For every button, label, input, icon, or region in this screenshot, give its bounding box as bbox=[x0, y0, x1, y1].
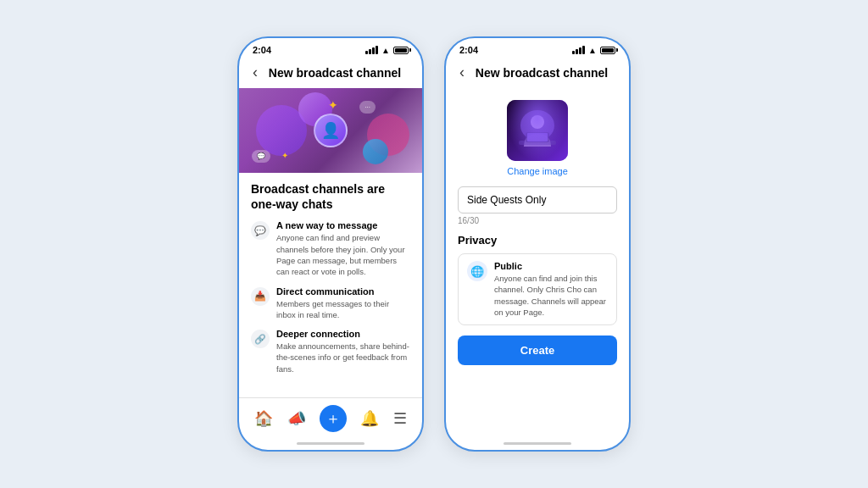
feature-item-1: 💬 A new way to message Anyone can find a… bbox=[251, 220, 410, 277]
page-wrapper: 2:04 ▲ ‹ New broadcast channel bbox=[0, 19, 868, 469]
status-bar-2: 2:04 ▲ bbox=[446, 38, 629, 58]
feature-text-3: Deeper connection Make announcements, sh… bbox=[276, 329, 410, 374]
battery-icon-1 bbox=[393, 47, 409, 54]
wifi-icon-2: ▲ bbox=[588, 46, 597, 55]
privacy-label: Privacy bbox=[458, 234, 617, 247]
status-icons-2: ▲ bbox=[572, 46, 615, 55]
time-1: 2:04 bbox=[253, 45, 271, 55]
add-nav-button[interactable]: ＋ bbox=[320, 405, 347, 432]
privacy-option-desc: Anyone can find and join this channel. O… bbox=[494, 273, 608, 318]
chat-deco-1: ··· bbox=[359, 101, 376, 114]
feature-desc-3: Make announcements, share behind-the-sce… bbox=[276, 341, 410, 374]
phone1-content: 👤 ✦ ✦ ··· 💬 Broadcast channels are one-w… bbox=[239, 88, 422, 397]
phone2-content: Change image 16/30 Privacy 🌐 Public Anyo… bbox=[446, 88, 629, 442]
sparkle-icon: ✦ bbox=[328, 98, 338, 112]
feature-icon-3: 🔗 bbox=[251, 330, 270, 348]
feature-text-2: Direct communication Members get message… bbox=[276, 286, 410, 321]
nav-header-1: ‹ New broadcast channel bbox=[239, 58, 422, 88]
time-2: 2:04 bbox=[459, 45, 478, 55]
phone-1: 2:04 ▲ ‹ New broadcast channel bbox=[237, 36, 424, 452]
hero-banner: 👤 ✦ ✦ ··· 💬 bbox=[239, 88, 422, 173]
feature-title-1: A new way to message bbox=[276, 220, 410, 230]
feature-icon-2: 📥 bbox=[251, 287, 270, 306]
home-indicator-2 bbox=[504, 442, 571, 445]
bottom-nav-1: 🏠 📣 ＋ 🔔 ☰ bbox=[239, 397, 422, 442]
sparkle-icon-2: ✦ bbox=[281, 151, 288, 160]
feature-icon-1: 💬 bbox=[251, 221, 270, 240]
privacy-text: Public Anyone can find and join this cha… bbox=[494, 261, 608, 318]
page-title-1: New broadcast channel bbox=[259, 66, 410, 80]
home-indicator-1 bbox=[297, 442, 364, 445]
home-nav-icon[interactable]: 🏠 bbox=[254, 409, 273, 428]
feature-title-3: Deeper connection bbox=[276, 329, 410, 339]
thumbnail-glow bbox=[507, 100, 568, 161]
bell-nav-icon[interactable]: 🔔 bbox=[360, 409, 379, 428]
features-section: Broadcast channels are one-way chats 💬 A… bbox=[239, 173, 422, 391]
status-bar-1: 2:04 ▲ bbox=[239, 38, 422, 58]
signal-icon-2 bbox=[572, 46, 585, 54]
wifi-icon-1: ▲ bbox=[381, 46, 390, 55]
privacy-option: 🌐 Public Anyone can find and join this c… bbox=[458, 253, 617, 325]
megaphone-nav-icon[interactable]: 📣 bbox=[287, 409, 306, 428]
hero-avatar: 👤 bbox=[314, 114, 348, 147]
battery-icon-2 bbox=[600, 47, 615, 54]
cta-section: Get started bbox=[239, 391, 422, 397]
globe-icon: 🌐 bbox=[467, 261, 487, 281]
back-button-1[interactable]: ‹ bbox=[251, 62, 259, 83]
chat-deco-2: 💬 bbox=[252, 150, 270, 163]
channel-image-section: Change image bbox=[446, 88, 629, 183]
feature-title-2: Direct communication bbox=[276, 286, 410, 297]
privacy-section: Privacy 🌐 Public Anyone can find and joi… bbox=[446, 225, 629, 325]
signal-icon-1 bbox=[365, 46, 378, 54]
page-title-2: New broadcast channel bbox=[466, 66, 617, 80]
status-icons-1: ▲ bbox=[365, 46, 409, 55]
feature-item-3: 🔗 Deeper connection Make announcements, … bbox=[251, 329, 410, 374]
char-count: 16/30 bbox=[458, 216, 617, 225]
nav-header-2: ‹ New broadcast channel bbox=[446, 58, 629, 88]
feature-item-2: 📥 Direct communication Members get messa… bbox=[251, 286, 410, 321]
create-section: Create bbox=[446, 325, 629, 372]
create-button[interactable]: Create bbox=[458, 336, 617, 365]
feature-desc-1: Anyone can find and preview channels bef… bbox=[276, 232, 410, 277]
back-button-2[interactable]: ‹ bbox=[458, 62, 466, 83]
phone-2: 2:04 ▲ ‹ New broadcast channel bbox=[444, 36, 631, 452]
change-image-link[interactable]: Change image bbox=[507, 166, 568, 176]
feature-desc-2: Members get messages to their inbox in r… bbox=[276, 298, 410, 321]
channel-thumbnail bbox=[507, 100, 568, 161]
menu-nav-icon[interactable]: ☰ bbox=[393, 409, 407, 428]
channel-name-input[interactable] bbox=[458, 186, 617, 214]
feature-text-1: A new way to message Anyone can find and… bbox=[276, 220, 410, 277]
privacy-option-title: Public bbox=[494, 261, 608, 271]
main-heading: Broadcast channels are one-way chats bbox=[251, 181, 410, 212]
